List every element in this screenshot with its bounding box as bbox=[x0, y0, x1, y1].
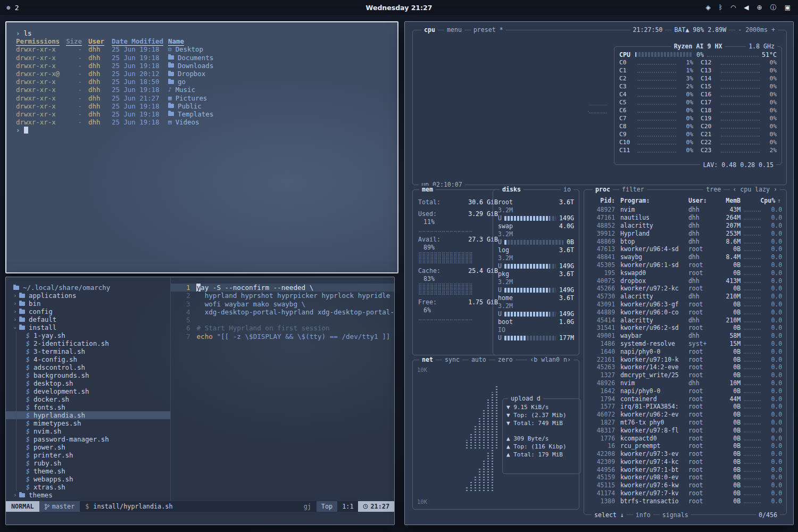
process-row[interactable]: 44889 kworker/u96:0-co root 0B 0.0 bbox=[588, 308, 782, 316]
process-row[interactable]: 39912 Hyprland dhh 253M 0.0 bbox=[588, 229, 782, 237]
process-row[interactable]: 47161 nautilus dhh 264M 0.0 bbox=[588, 214, 782, 222]
code-line[interactable]: 5 bbox=[171, 316, 394, 324]
process-row[interactable]: 45266 kworker/u97:2-kc root 0B 0.0 bbox=[588, 285, 782, 293]
info-icon[interactable]: ⓘ bbox=[770, 3, 777, 12]
tree-item[interactable]: adscontrol.sh bbox=[6, 363, 170, 371]
tree-item[interactable]: themes bbox=[6, 491, 170, 499]
file-tree[interactable]: ~/.local/share/omarchy applications bin bbox=[6, 277, 171, 501]
process-row[interactable]: 45263 kworker/14:2-eve root 0B 0.0 bbox=[588, 363, 782, 371]
network-icon[interactable]: ⊕ bbox=[757, 4, 762, 11]
process-row[interactable]: 45414 alacritty dhh 210M 0.0 bbox=[588, 316, 782, 324]
code-line[interactable]: 6 # Start Hyprland on first session bbox=[171, 324, 394, 332]
process-row[interactable]: 44956 kworker/u97:1-bt root 0B 0.0 bbox=[588, 466, 782, 473]
process-row[interactable]: 22161 kworker/u97:10-k root 0B 0.0 bbox=[588, 355, 782, 363]
wifi-icon[interactable]: ◠ bbox=[730, 4, 736, 11]
process-row[interactable]: 16 rcu_preempt root 0B 0.0 bbox=[588, 442, 782, 450]
process-row[interactable]: 41174 kworker/u97:7-kv root 0B 0.0 bbox=[588, 489, 782, 497]
editor[interactable]: 1 yay -S --noconfirm --needed \ 2 hyprla… bbox=[171, 277, 394, 501]
tree-item[interactable]: docker.sh bbox=[6, 395, 170, 403]
tree-item[interactable]: config bbox=[6, 307, 170, 315]
code-line[interactable]: 4 xdg-desktop-portal-hyprland xdg-deskto… bbox=[171, 308, 394, 316]
process-row[interactable]: 42208 kworker/u97:3-ev root 0B 0.0 bbox=[588, 450, 782, 458]
tree-item[interactable]: bin bbox=[6, 300, 170, 307]
process-row[interactable]: 40075 dropbox dhh 413M 0.0 bbox=[588, 277, 782, 285]
tree-item[interactable]: ruby.sh bbox=[6, 459, 170, 467]
code-line[interactable]: 1 yay -S --noconfirm --needed \ bbox=[171, 284, 394, 292]
process-row[interactable]: 1642 napi/phy0-0 root 0B 0.0 bbox=[588, 387, 782, 395]
process-row[interactable]: 195 kswapd0 root 0B 0.0 bbox=[588, 269, 782, 277]
process-row[interactable]: 1380 btrfs-transactio root 0B 0.0 bbox=[588, 497, 782, 505]
tree-item[interactable]: install bbox=[6, 323, 170, 331]
dropbox-icon[interactable]: ◈ bbox=[705, 4, 710, 11]
bluetooth-icon[interactable]: ᛒ bbox=[719, 4, 722, 11]
tree-item[interactable]: printer.sh bbox=[6, 451, 170, 459]
tab-net[interactable]: net bbox=[419, 356, 436, 363]
process-row[interactable]: 45115 kworker/u97:6-kw root 0B 0.0 bbox=[588, 481, 782, 489]
process-row[interactable]: 49001 waybar dhh 58M 0.0 bbox=[588, 332, 782, 340]
process-row[interactable]: 48927 nvim dhh 43M 0.0 bbox=[588, 206, 782, 214]
tab-menu[interactable]: menu bbox=[444, 26, 464, 34]
proc-filter[interactable]: filter bbox=[619, 186, 647, 193]
process-row[interactable]: 45159 kworker/u98:0-ev root 0B 0.0 bbox=[588, 473, 782, 481]
tree-item[interactable]: power.sh bbox=[6, 443, 170, 451]
tree-item[interactable]: xtras.sh bbox=[6, 483, 170, 491]
tree-item[interactable]: development.sh bbox=[6, 387, 170, 395]
process-row[interactable]: 42309 kworker/u97:4-kc root 0B 0.0 bbox=[588, 458, 782, 466]
process-row[interactable]: 48841 swaybg dhh 8.4M 0.0 bbox=[588, 253, 782, 261]
tree-item[interactable]: backgrounds.sh bbox=[6, 371, 170, 379]
tree-item[interactable]: applications bbox=[6, 292, 170, 300]
workspace-indicator[interactable]: 2 bbox=[15, 4, 19, 12]
process-row[interactable]: 1640 napi/phy0-0 root 0B 0.0 bbox=[588, 347, 782, 355]
process-row[interactable]: 31541 kworker/u96:2-sd root 0B 0.0 bbox=[588, 324, 782, 332]
tab-proc[interactable]: proc bbox=[593, 186, 613, 193]
process-row[interactable]: 48869 btop dhh 8.6M 0.0 bbox=[588, 237, 782, 245]
code-line[interactable]: 2 hyprland hyprshot hyprpicker hyprlock … bbox=[171, 292, 394, 300]
tree-item[interactable]: hyprlandia.sh bbox=[6, 411, 170, 419]
code-line[interactable]: 7 echo "[[ -z \$DISPLAY && \$(tty) == /d… bbox=[171, 332, 394, 340]
tree-item[interactable]: desktop.sh bbox=[6, 379, 170, 387]
process-row[interactable]: 48926 nvim dhh 10M 0.0 bbox=[588, 379, 782, 387]
tab-disks[interactable]: disks bbox=[500, 186, 523, 193]
proc-sort-options[interactable]: ‹ cpu lazy › bbox=[730, 186, 780, 193]
process-row[interactable]: 47613 kworker/u96:4-sd root 0B 0.0 bbox=[588, 245, 782, 253]
process-row[interactable]: 45305 kworker/u96:1-sd root 0B 0.0 bbox=[588, 261, 782, 269]
net-zero-toggle[interactable]: zero bbox=[495, 356, 516, 363]
process-row[interactable]: 48317 kworker/u97:8-fl root 0B 0.0 bbox=[588, 426, 782, 434]
tab-cpu[interactable]: cpu bbox=[421, 26, 438, 34]
tab-io[interactable]: io bbox=[561, 186, 573, 193]
tree-item[interactable]: theme.sh bbox=[6, 467, 170, 475]
tree-item[interactable]: 4-config.sh bbox=[6, 355, 170, 363]
process-row[interactable]: 1776 kcompactd0 root 0B 0.0 bbox=[588, 434, 782, 442]
tree-item[interactable]: ~/.local/share/omarchy bbox=[6, 284, 170, 292]
process-row[interactable]: 1577 irq/81-PIXA3854: root 0B 0.0 bbox=[588, 403, 782, 411]
tree-item[interactable]: webapps.sh bbox=[6, 475, 170, 483]
tree-item[interactable]: nvim.sh bbox=[6, 427, 170, 435]
tray-box-icon[interactable]: ▣ bbox=[785, 4, 791, 11]
tree-item[interactable]: mimetypes.sh bbox=[6, 419, 170, 427]
net-sync-toggle[interactable]: sync bbox=[442, 356, 462, 363]
process-row[interactable]: 45730 alacritty dhh 210M 0.0 bbox=[588, 293, 782, 301]
process-row[interactable]: 46072 kworker/u96:2-ev root 0B 0.0 bbox=[588, 411, 782, 419]
tree-item[interactable]: password-manager.sh bbox=[6, 435, 170, 443]
proc-tree-toggle[interactable]: tree bbox=[703, 186, 724, 193]
tree-item[interactable]: 3-terminal.sh bbox=[6, 347, 170, 355]
proc-info-button[interactable]: info bbox=[633, 511, 653, 519]
tree-item[interactable]: default bbox=[6, 315, 170, 323]
process-row[interactable]: 1486 systemd-resolve syst+ 15M 0.0 bbox=[588, 340, 782, 348]
tree-item[interactable]: fonts.sh bbox=[6, 403, 170, 411]
code-line[interactable]: 3 wofi waybar mako swaybg \ bbox=[171, 300, 394, 308]
refresh-interval[interactable]: - 2000ms + bbox=[735, 26, 778, 34]
tree-item[interactable]: 1-yay.sh bbox=[6, 331, 170, 339]
proc-signals-button[interactable]: signals bbox=[660, 511, 691, 519]
process-row[interactable]: 1327 dmcrypt_write/25 root 0B 0.0 bbox=[588, 371, 782, 379]
proc-select-button[interactable]: select ↓ bbox=[592, 511, 627, 519]
process-row[interactable]: 1827 mt76-tx phy0 root 0B 0.0 bbox=[588, 419, 782, 427]
tab-preset[interactable]: preset * bbox=[471, 26, 506, 34]
net-auto-toggle[interactable]: auto bbox=[469, 356, 489, 363]
process-list[interactable]: 48927 nvim dhh 43M 0.0 47161 nautilus dh… bbox=[588, 206, 782, 506]
process-row[interactable]: 1794 containerd root 44M 0.0 bbox=[588, 395, 782, 403]
volume-icon[interactable]: ◀ bbox=[744, 4, 749, 11]
net-interface[interactable]: ‹b wlan0 n› bbox=[527, 356, 573, 363]
process-row[interactable]: 48852 alacritty dhh 207M 0.0 bbox=[588, 222, 782, 230]
tree-item[interactable]: 2-identification.sh bbox=[6, 339, 170, 347]
